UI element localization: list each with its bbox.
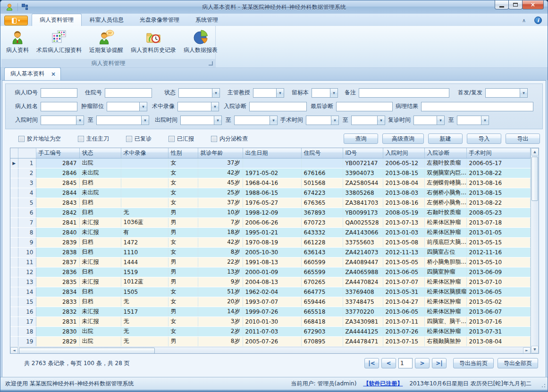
hscroll-thumb[interactable] (19, 348, 155, 354)
header-id-number[interactable]: ID号 (343, 148, 383, 158)
followup-date-from-combo[interactable]: ▾ (413, 116, 445, 125)
dropdown-icon[interactable]: ▾ (76, 116, 84, 125)
scroll-up-icon[interactable]: ▲ (531, 148, 539, 156)
header-surgery-video[interactable]: 术中录像 (121, 148, 168, 158)
horizontal-scrollbar[interactable]: ◄ ► (10, 347, 531, 354)
table-row[interactable]: 7 2841 未汇报 1036蓝 男 7岁 2006-06-26 670723 … (10, 217, 531, 227)
followup-reminder-button[interactable]: 近期复诊提醒 (85, 27, 127, 56)
prev-page-button[interactable]: < (381, 358, 396, 368)
dropdown-icon[interactable]: ▾ (330, 88, 338, 98)
dropdown-icon[interactable]: ▾ (214, 116, 222, 125)
last-page-button[interactable]: >| (432, 358, 447, 368)
export-current-page-button[interactable]: 导出当前页 (453, 358, 494, 368)
table-row[interactable]: 3 2845 归档 女 45岁 1968-04-16 501568 ZA2580… (10, 178, 531, 188)
discharge-date-from-combo[interactable]: ▾ (180, 116, 222, 125)
scroll-down-icon[interactable]: ▼ (531, 346, 539, 353)
import-button[interactable]: 导入 (467, 133, 501, 144)
table-row[interactable]: 19 2829 出院 无 男 8岁 2005-07-26 670895 ZA44… (10, 336, 531, 346)
export-all-pages-button[interactable]: 导出全部页 (497, 358, 538, 368)
first-recurrence-combo[interactable]: ▾ (485, 88, 528, 98)
professor-combo[interactable]: ▾ (253, 88, 284, 98)
followup-date-to-combo[interactable]: ▾ (457, 116, 489, 125)
postop-report-button[interactable]: 术后病人汇报资料 (33, 27, 85, 56)
tab-disc-tape-management[interactable]: 光盘录像带管理 (132, 14, 187, 26)
patient-id-input[interactable] (41, 88, 77, 98)
minimize-button[interactable] (495, 0, 509, 9)
surgery-date-from-combo[interactable]: ▾ (306, 116, 339, 125)
table-row[interactable]: ▶ 1 2847 出院 女 37岁 YB0072147 2006-05-1 (10, 158, 531, 168)
header-admission-date[interactable]: 入院时间 (383, 148, 424, 158)
doc-tab-patient-basic-info[interactable]: 病人基本资料 × (4, 67, 61, 80)
surgery-date-to-combo[interactable]: ▾ (351, 116, 385, 125)
admission-date-to-combo[interactable]: ▾ (96, 116, 149, 125)
header-manual-number[interactable]: 手工编号 (36, 148, 79, 158)
info-icon[interactable]: i (534, 17, 542, 24)
first-page-button[interactable]: |< (364, 358, 379, 368)
dropdown-icon[interactable]: ▾ (520, 88, 528, 98)
admission-diagnosis-input[interactable] (249, 102, 307, 111)
chief-surgeon-checkbox[interactable]: 主任主刀 (78, 135, 109, 143)
surgery-video-combo[interactable]: ▾ (177, 102, 219, 111)
query-button[interactable]: 查询 (344, 133, 378, 144)
table-row[interactable]: 16 2832 未汇报 1517 男 14岁 1999-07-26 665518… (10, 307, 531, 317)
app-menu-button[interactable]: ▾ (4, 16, 28, 25)
reported-checkbox[interactable]: 已汇报 (169, 135, 194, 143)
table-row[interactable]: 9 2839 归档 1472 女 42岁 1970-08-19 661228 3… (10, 237, 531, 247)
export-button[interactable]: 导出 (506, 133, 540, 144)
data-report-button[interactable]: 病人数据报表 (180, 27, 221, 56)
dropdown-icon[interactable]: ▾ (481, 116, 489, 125)
table-row[interactable]: 8 2840 未汇报 有 男 18岁 1995-01-21 643332 ZA4… (10, 227, 531, 237)
header-age[interactable]: 就诊年龄 (198, 148, 243, 158)
table-row[interactable]: 17 2831 未汇报 无 女 3岁 2010-01-30 668418 ZA3… (10, 317, 531, 326)
vscroll-thumb[interactable] (531, 157, 538, 201)
patient-name-input[interactable] (41, 102, 77, 111)
advanced-query-button[interactable]: 高级查询 (382, 133, 424, 144)
header-admission-diagnosis[interactable]: 入院诊断 (424, 148, 466, 158)
header-gender[interactable]: 性别 (168, 148, 198, 158)
admission-number-input[interactable] (105, 88, 152, 98)
dialog-launcher-icon[interactable] (209, 61, 213, 66)
tab-close-icon[interactable]: × (51, 72, 56, 76)
dropdown-icon[interactable]: ▾ (331, 116, 339, 125)
tumor-site-combo[interactable]: ▾ (107, 102, 147, 111)
table-row[interactable]: 15 2833 归档 无 女 20岁 1993-07-07 659446 337… (10, 297, 531, 307)
admission-date-from-combo[interactable]: ▾ (41, 116, 84, 125)
quick-access-icon[interactable] (22, 4, 28, 10)
tab-department-staff[interactable]: 科室人员信息 (82, 14, 132, 26)
next-page-button[interactable]: > (415, 358, 430, 368)
tab-system-management[interactable]: 系统管理 (187, 14, 226, 26)
history-record-button[interactable]: 病人资料历史记录 (127, 27, 180, 56)
dropdown-icon[interactable]: ▾ (141, 116, 149, 125)
header-surgery-date[interactable]: 手术时间 (466, 148, 531, 158)
table-row[interactable]: 11 2837 未汇报 1444 男 22岁 1991-08-13 660599… (10, 257, 531, 267)
dropdown-icon[interactable]: ▾ (437, 116, 445, 125)
dropdown-icon[interactable]: ▾ (270, 116, 278, 125)
table-row[interactable]: 4 2844 未出院 女 25岁 1988-06-15 674223 33805… (10, 188, 531, 198)
endocrine-exam-checkbox[interactable]: 内分泌检查 (211, 135, 248, 143)
close-button[interactable]: × (522, 0, 544, 9)
pathology-result-input[interactable] (421, 102, 533, 111)
dropdown-icon[interactable]: ▾ (276, 88, 284, 98)
chevron-up-icon[interactable]: ∧ (522, 17, 526, 24)
status-combo[interactable]: ▾ (178, 88, 220, 98)
patient-info-button[interactable]: 病人资料 (2, 27, 33, 56)
film-address-empty-checkbox[interactable]: 胶片地址为空 (18, 135, 61, 143)
page-number-input[interactable] (398, 358, 413, 368)
discharge-date-to-combo[interactable]: ▾ (234, 116, 278, 125)
table-row[interactable]: 12 2836 归档 1519 男 13岁 2000-01-09 665599 … (10, 267, 531, 277)
specimen-combo[interactable]: ▾ (312, 88, 338, 98)
table-row[interactable]: 10 2838 归档 1110 女 8岁 2005-10-30 636143 Z… (10, 247, 531, 257)
table-row[interactable]: 18 2830 出院 无 女 2岁 2011-07-03 672903 ZA44… (10, 326, 531, 336)
table-row[interactable]: 14 2834 归档 1505 女 51岁 1962-02-04 664775 … (10, 287, 531, 297)
final-diagnosis-input[interactable] (336, 102, 393, 111)
tab-patient-management[interactable]: 病人资料管理 (32, 14, 82, 26)
scroll-left-icon[interactable]: ◄ (10, 347, 18, 354)
header-birthdate[interactable]: 出生日期 (243, 148, 301, 158)
scroll-right-icon[interactable]: ► (523, 347, 531, 354)
dropdown-icon[interactable]: ▾ (377, 116, 385, 125)
table-row[interactable]: 5 2843 归档 女 37岁 1976-05-27 676365 ZA3841… (10, 198, 531, 208)
table-row[interactable]: 13 2835 未汇报 1012蓝 男 9岁 2004-08-13 670265… (10, 277, 531, 287)
header-status[interactable]: 状态 (79, 148, 121, 158)
table-row[interactable]: 6 2842 归档 无 男 10岁 1998-12-09 367893 YB00… (10, 208, 531, 217)
header-admission-number[interactable]: 住院号 (301, 148, 343, 158)
